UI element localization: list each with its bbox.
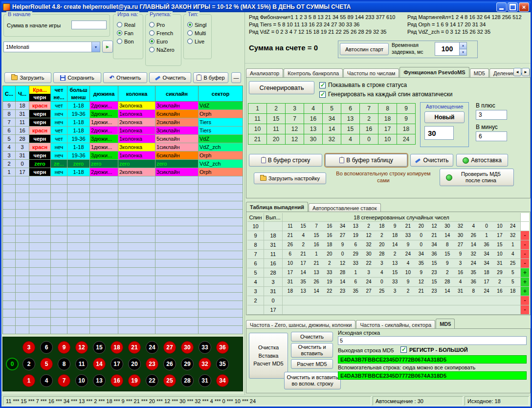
board-number-31[interactable]: 31 [199, 374, 211, 387]
save-button[interactable]: Сохранить [53, 72, 101, 83]
clear-button[interactable]: Очистить [149, 72, 191, 83]
copy-buffer-button[interactable]: В буфер [193, 72, 228, 83]
undo-button[interactable]: Отменить [103, 72, 147, 83]
md5-clear-insert-button[interactable]: Очистить и вставить [291, 343, 333, 358]
board-number-7[interactable]: 7 [58, 374, 70, 387]
outcome-number: 4 [401, 259, 415, 268]
board-number-19[interactable]: 19 [128, 374, 141, 387]
bottom-tab-0[interactable]: Частота - Zero, шансы, дюжины, колонки [246, 320, 355, 329]
board-number-1[interactable]: 1 [22, 374, 35, 387]
main-tab-1[interactable]: Контроль банкролла [284, 68, 343, 77]
collapse-button[interactable]: — [231, 72, 241, 83]
main-tab-4[interactable]: MD5 [470, 68, 489, 77]
buffer-row-button[interactable]: В буфер строку [249, 154, 322, 167]
board-number-10[interactable]: 10 [75, 374, 88, 387]
board-number-33[interactable]: 33 [199, 341, 211, 354]
md5-source-input[interactable] [338, 336, 527, 345]
board-number-26[interactable]: 26 [163, 358, 176, 370]
board-number-2[interactable]: 2 [22, 358, 35, 370]
board-number-35[interactable]: 35 [216, 358, 229, 370]
checkbox-show-status[interactable]: Показывать в строке статуса [319, 82, 407, 88]
spinner-up-icon[interactable]: ▲ [460, 43, 466, 49]
clear-ms-button[interactable]: Очистить [410, 154, 453, 167]
radio-option-fan[interactable]: Fan [113, 29, 143, 37]
bottom-tab-2[interactable]: MD5 [436, 319, 455, 329]
md5-aux-field[interactable]: E4DA3B7FBBCE2345D7772B0674A318D5 [338, 371, 527, 380]
board-number-34[interactable]: 34 [216, 374, 229, 387]
maximize-button[interactable] [508, 2, 518, 12]
load-button[interactable]: Загрузить [4, 72, 51, 83]
chevron-down-icon[interactable]: ▼ [91, 42, 100, 52]
radio-option-bon[interactable]: Bon [113, 37, 143, 45]
main-tab-0[interactable]: Анализатор [246, 68, 283, 77]
minimize-button[interactable] [496, 2, 507, 12]
check-md5-button[interactable]: Проверить МД5 после спина [440, 169, 514, 186]
delay-value[interactable]: 100 [435, 43, 459, 55]
board-number-9[interactable]: 9 [58, 341, 70, 354]
radio-option-multi[interactable]: Multi [184, 29, 211, 37]
minus-value[interactable]: 6 [476, 131, 507, 141]
board-number-28[interactable]: 28 [181, 374, 194, 387]
main-tab-3[interactable]: Функционал PsevdoMS [399, 67, 469, 77]
close-button[interactable]: × [519, 2, 529, 12]
outcome-tab-1[interactable]: Автопроставление ставок [309, 203, 380, 212]
autobet-button[interactable]: Автоставка [456, 154, 508, 167]
start-sum-input[interactable] [71, 21, 107, 29]
board-number-36[interactable]: 36 [216, 341, 229, 354]
board-number-12[interactable]: 12 [75, 341, 88, 354]
preset-combo[interactable]: 1Melonati ▼ [3, 42, 100, 52]
board-number-4[interactable]: 4 [40, 374, 53, 387]
tab-scroll-left-icon[interactable]: ◄ [513, 68, 521, 76]
board-number-6[interactable]: 6 [40, 341, 53, 354]
radio-option-french[interactable]: French [146, 29, 181, 37]
radio-option-live[interactable]: Live [184, 37, 211, 45]
radio-option-nazero[interactable]: NaZero [146, 45, 181, 54]
board-number-24[interactable]: 24 [146, 341, 158, 354]
radio-option-real[interactable]: Real [113, 21, 143, 29]
spinner-down-icon[interactable]: ▼ [460, 49, 466, 56]
md5-calc-button[interactable]: Расчет MD5 [291, 359, 333, 369]
board-number-32[interactable]: 32 [199, 358, 211, 370]
board-number-30[interactable]: 30 [181, 341, 194, 354]
md5-clear-button[interactable]: Очистить [291, 332, 333, 342]
board-number-29[interactable]: 29 [181, 358, 194, 370]
outcome-number: 26 [284, 240, 297, 249]
outcome-tab-0[interactable]: Таблица выпадений [246, 202, 308, 212]
board-number-21[interactable]: 21 [128, 341, 141, 354]
generate-button[interactable]: Сгенерировать [249, 81, 314, 94]
tab-scroll-right-icon[interactable]: ► [522, 68, 530, 76]
radio-option-euro[interactable]: Euro [146, 37, 181, 45]
board-number-20[interactable]: 20 [128, 358, 141, 370]
register-checkbox[interactable]: РЕГИСТР - БОЛЬШОЙ [400, 346, 468, 353]
board-number-18[interactable]: 18 [111, 341, 123, 354]
board-number-14[interactable]: 14 [93, 358, 106, 370]
radio-option-pro[interactable]: Pro [146, 21, 181, 29]
board-number-0[interactable]: 0 [6, 358, 19, 370]
board-number-22[interactable]: 22 [146, 374, 158, 387]
board-number-8[interactable]: 8 [58, 358, 70, 370]
play-button[interactable]: ► [102, 41, 113, 53]
board-number-27[interactable]: 27 [163, 341, 176, 354]
board-number-17[interactable]: 17 [111, 358, 123, 370]
autospin-button[interactable]: Автоспин старт [340, 43, 389, 55]
board-number-13[interactable]: 13 [93, 374, 106, 387]
board-number-5[interactable]: 5 [40, 358, 53, 370]
board-number-15[interactable]: 15 [93, 341, 106, 354]
board-number-16[interactable]: 16 [111, 374, 123, 387]
buffer-table-button[interactable]: В буфер таблицу [325, 154, 407, 167]
board-number-23[interactable]: 23 [146, 358, 158, 370]
outcome-number: 1 [480, 231, 493, 240]
radio-option-singl[interactable]: Singl [184, 21, 211, 29]
new-button[interactable]: Новый [424, 111, 465, 123]
board-number-11[interactable]: 11 [75, 358, 88, 370]
main-tab-2[interactable]: Частоты по числам [343, 68, 399, 77]
bottom-tab-1[interactable]: Частота - сиклайны, сектора [356, 320, 435, 329]
plus-value[interactable]: 3 [476, 110, 507, 120]
md5-combo-button[interactable]: Очистка Вставка Расчет MD5 [249, 333, 288, 379]
autoshift-value[interactable]: 30 [424, 126, 454, 140]
board-number-3[interactable]: 3 [22, 341, 35, 354]
checkbox-generate-each-spin[interactable]: Генерировать на каждый спин автоматическ… [319, 91, 452, 98]
md5-clear-insert-aux-button[interactable]: Очистить и вставить во вспом. строку [284, 372, 341, 389]
load-settings-button[interactable]: Загрузить настройку [254, 172, 326, 184]
board-number-25[interactable]: 25 [163, 374, 176, 387]
